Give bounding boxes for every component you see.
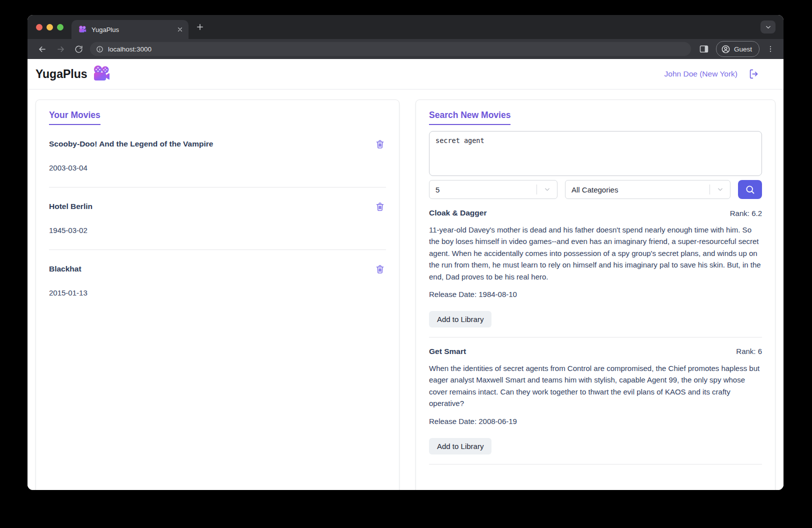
result-release-date: Release Date: 2008-06-19 [429,417,762,426]
movie-release-date: 1945-03-02 [49,226,386,234]
select-divider [710,184,710,194]
delete-movie-button[interactable] [374,200,386,212]
movie-title: Hotel Berlin [49,202,92,211]
result-description: 11-year-old Davey's mother is dead and h… [429,224,762,282]
user-name-link[interactable]: John Doe (New York) [664,70,738,78]
movie-release-date: 2003-03-04 [49,164,386,172]
search-panel: Search New Movies secret agent 5 All Cat… [416,100,776,490]
browser-tab[interactable]: YugaPlus [72,20,188,39]
movie-title: Blackhat [49,264,82,274]
search-button[interactable] [738,180,762,199]
add-to-library-button[interactable]: Add to Library [429,311,492,328]
trash-icon [375,264,385,274]
tab-close-icon[interactable] [176,26,184,33]
app-page: YugaPlus [28,59,784,490]
profile-button[interactable]: Guest [716,41,760,57]
result-title: Cloak & Dagger [429,208,486,218]
result-rank: Rank: 6.2 [730,209,762,218]
search-controls: 5 All Categories [429,180,762,199]
user-avatar-icon [721,44,730,54]
search-results: Cloak & Dagger Rank: 6.2 11-year-old Dav… [429,199,762,464]
your-movies-panel: Your Movies Scooby-Doo! And the Legend o… [36,100,400,490]
movie-row: Scooby-Doo! And the Legend of the Vampir… [49,125,386,188]
search-title: Search New Movies [429,110,510,125]
browser-toolbar: localhost:3000 Guest [28,39,784,59]
reload-icon[interactable] [74,45,83,54]
delete-movie-button[interactable] [374,263,386,275]
search-result: Cloak & Dagger Rank: 6.2 11-year-old Dav… [429,199,762,338]
search-result: Get Smart Rank: 6 When the identities of… [429,338,762,464]
main-content: Your Movies Scooby-Doo! And the Legend o… [28,90,784,490]
search-query-input[interactable]: secret agent [429,131,762,176]
result-release-date: Release Date: 1984-08-10 [429,290,762,298]
category-value: All Categories [572,186,618,194]
result-limit-select[interactable]: 5 [429,180,558,199]
movie-list: Scooby-Doo! And the Legend of the Vampir… [49,125,386,312]
search-icon [745,184,755,194]
tab-favicon-movie-camera-icon [78,26,86,34]
side-panel-icon[interactable] [699,44,709,54]
movie-title: Scooby-Doo! And the Legend of the Vampir… [49,140,213,148]
browser-tabstrip: YugaPlus [28,15,784,39]
close-window-button[interactable] [36,24,42,30]
category-select[interactable]: All Categories [565,180,730,199]
brand-name: YugaPlus [36,68,88,81]
tab-title: YugaPlus [92,26,172,34]
back-icon[interactable] [38,44,47,54]
movie-release-date: 2015-01-13 [49,288,386,297]
maximize-window-button[interactable] [57,24,64,30]
movie-row: Blackhat [49,250,386,312]
brand: YugaPlus [36,65,111,83]
app-header: YugaPlus [28,59,784,90]
logout-icon[interactable] [748,68,760,80]
result-description: When the identities of secret agents fro… [429,362,762,410]
url-text: localhost:3000 [108,46,152,53]
trash-icon [375,202,385,212]
result-limit-value: 5 [436,186,440,194]
site-info-icon[interactable] [96,46,104,53]
new-tab-button[interactable] [196,22,204,32]
forward-icon[interactable] [56,44,66,54]
result-rank: Rank: 6 [736,347,762,356]
address-bar[interactable]: localhost:3000 [90,42,691,56]
movie-camera-icon [92,65,111,83]
add-to-library-button[interactable]: Add to Library [429,438,492,454]
minimize-window-button[interactable] [46,24,53,30]
browser-window: YugaPlus [28,15,784,490]
result-title: Get Smart [429,347,466,356]
browser-menu-icon[interactable] [766,45,774,53]
select-divider [536,184,537,194]
delete-movie-button[interactable] [374,138,386,150]
trash-icon [375,139,385,149]
chevron-down-icon [716,186,724,194]
tab-search-chevron-button[interactable] [760,20,776,34]
window-controls [28,24,64,30]
profile-label: Guest [734,46,752,53]
user-area: John Doe (New York) [664,68,760,80]
your-movies-title: Your Movies [49,110,100,125]
screenshot-stage: YugaPlus [0,0,812,528]
movie-row: Hotel Berlin [49,188,386,250]
chevron-down-icon [544,186,551,194]
